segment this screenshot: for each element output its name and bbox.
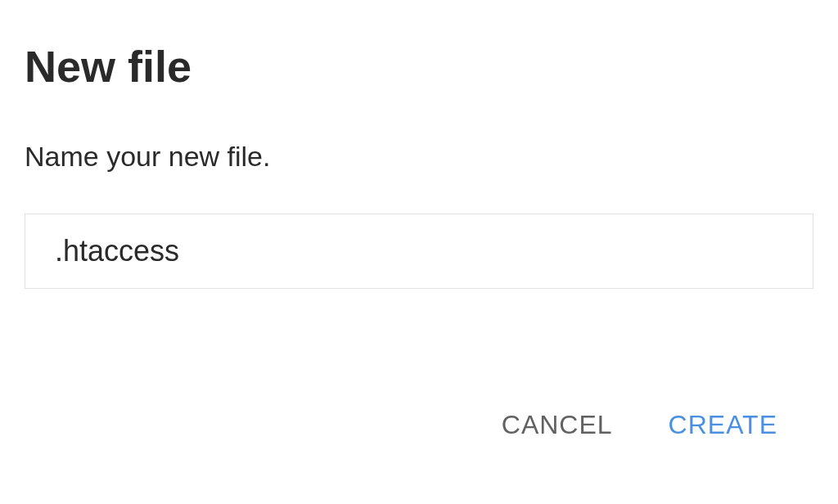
filename-input[interactable] xyxy=(25,214,813,289)
dialog-title: New file xyxy=(25,41,813,92)
dialog-label: Name your new file. xyxy=(25,141,813,173)
cancel-button[interactable]: CANCEL xyxy=(498,403,616,447)
create-button[interactable]: CREATE xyxy=(665,403,781,447)
dialog-button-row: CANCEL CREATE xyxy=(25,403,813,479)
